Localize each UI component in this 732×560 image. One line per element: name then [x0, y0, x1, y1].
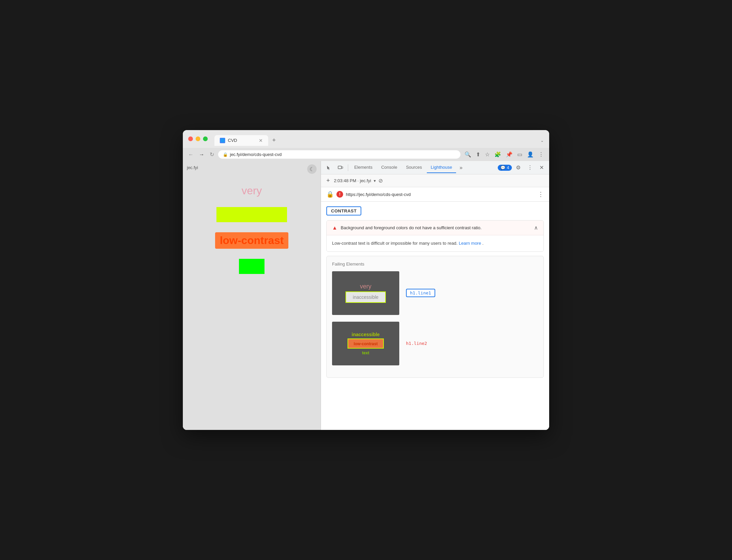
pin-icon[interactable]: 📌 — [504, 150, 514, 159]
lighthouse-warning-icon: ! — [336, 191, 343, 198]
menu-icon[interactable]: ⋮ — [537, 150, 545, 159]
failing-item: very inaccessible h1.line1 — [332, 271, 538, 315]
session-time: 2:03:48 PM · jec.fyi — [334, 178, 371, 183]
tab-sources[interactable]: Sources — [402, 162, 426, 173]
thumbnail-1: very inaccessible — [332, 271, 399, 315]
svg-rect-0 — [338, 166, 341, 169]
search-icon[interactable]: 🔍 — [463, 150, 473, 159]
alert-header: ▲ Background and foreground colors do no… — [327, 221, 543, 235]
title-bar: 🌐 CVD ✕ + ⌄ — [183, 130, 549, 148]
moon-icon: ☾ — [310, 166, 314, 172]
svg-rect-1 — [341, 167, 343, 168]
url-more-button[interactable]: ⋮ — [538, 191, 544, 198]
lighthouse-url: https://jec.fyi/demo/cds-quest-cvd — [346, 192, 535, 197]
maximize-button[interactable] — [203, 136, 208, 141]
failing-elements-label: Failing Elements — [332, 262, 538, 267]
refresh-button[interactable]: ↻ — [208, 150, 215, 159]
contrast-badge-row: CONTRAST — [321, 202, 549, 220]
failing-item: inaccessible low-contrast text h1.line2 — [332, 322, 538, 365]
chat-icon: 💬 — [500, 165, 505, 170]
webpage-panel: jec.fyi ☾ very inaccessible low-contrast… — [183, 161, 321, 430]
extensions-icon[interactable]: 🧩 — [493, 150, 502, 159]
chat-badge[interactable]: 💬 4 — [498, 165, 512, 171]
alert-body-text: Low-contrast text is difficult or imposs… — [332, 241, 457, 246]
alert-body: Low-contrast text is difficult or imposs… — [327, 235, 543, 251]
forward-button[interactable]: → — [198, 150, 206, 159]
devtools-right-actions: 💬 4 ⚙ ⋮ ✕ — [498, 162, 546, 173]
lock-icon: 🔒 — [223, 152, 228, 157]
thumbnail-2: inaccessible low-contrast text — [332, 322, 399, 365]
back-button[interactable]: ← — [187, 150, 195, 159]
dark-mode-toggle[interactable]: ☾ — [307, 164, 317, 174]
tab-favicon: 🌐 — [220, 138, 225, 143]
settings-button[interactable]: ⚙ — [513, 162, 523, 173]
cursor-icon — [326, 165, 332, 170]
tab-bar: 🌐 CVD ✕ + ⌄ — [214, 134, 544, 147]
stop-icon[interactable]: ⊘ — [378, 177, 383, 184]
more-tabs-button[interactable]: » — [457, 162, 465, 173]
traffic-lights — [188, 136, 208, 141]
security-warning-icon: 🔒 — [326, 191, 334, 198]
address-bar: ← → ↻ 🔒 jec.fyi/demo/cds-quest-cvd 🔍 ⬆ ☆… — [183, 148, 549, 161]
add-session-button[interactable]: + — [326, 177, 330, 184]
close-devtools-button[interactable]: ✕ — [537, 162, 546, 173]
element-badge-1[interactable]: h1.line1 — [406, 289, 435, 297]
devtools-more-button[interactable]: ⋮ — [525, 162, 535, 173]
alert-suffix: . — [482, 241, 484, 246]
learn-more-link[interactable]: Learn more — [459, 241, 481, 246]
sidebar-icon[interactable]: ▭ — [516, 150, 524, 159]
lighthouse-session-bar: + 2:03:48 PM · jec.fyi ▾ ⊘ — [321, 174, 549, 187]
demo-word-inaccessible: inaccessible — [216, 207, 287, 222]
url-field[interactable]: 🔒 jec.fyi/demo/cds-quest-cvd — [218, 150, 460, 159]
tab-close-button[interactable]: ✕ — [259, 138, 263, 143]
devtools-toolbar: Elements Console Sources Lighthouse » 💬 … — [321, 161, 549, 174]
demo-word-very: very — [242, 185, 262, 197]
alert-triangle-icon: ▲ — [332, 225, 337, 231]
lighthouse-url-bar: 🔒 ! https://jec.fyi/demo/cds-quest-cvd ⋮ — [321, 187, 549, 202]
active-tab[interactable]: 🌐 CVD ✕ — [214, 135, 268, 146]
bookmark-icon[interactable]: ☆ — [484, 150, 491, 159]
browser-window: 🌐 CVD ✕ + ⌄ ← → ↻ 🔒 jec.fyi/demo/cds-que… — [183, 130, 549, 430]
responsive-button[interactable] — [335, 163, 346, 172]
site-name: jec.fyi — [187, 165, 198, 170]
demo-word-text: text — [239, 259, 265, 274]
close-button[interactable] — [188, 136, 193, 141]
tab-lighthouse[interactable]: Lighthouse — [427, 162, 456, 173]
contrast-badge[interactable]: CONTRAST — [326, 206, 361, 215]
tab-console[interactable]: Console — [377, 162, 401, 173]
demo-word-low-contrast: low-contrast — [215, 232, 288, 249]
chevron-down-icon: ⌄ — [540, 138, 544, 143]
toolbar-divider — [348, 164, 348, 171]
minimize-button[interactable] — [196, 136, 200, 141]
chat-count: 4 — [507, 165, 509, 170]
tab-elements[interactable]: Elements — [350, 162, 376, 173]
alert-collapse-button[interactable]: ∧ — [534, 225, 538, 231]
url-text: jec.fyi/demo/cds-quest-cvd — [230, 152, 282, 157]
profile-icon[interactable]: 👤 — [526, 150, 535, 159]
tab-title: CVD — [228, 138, 237, 143]
new-tab-button[interactable]: + — [270, 134, 279, 147]
alert-box: ▲ Background and foreground colors do no… — [326, 220, 544, 252]
device-icon — [338, 165, 343, 170]
alert-message: Background and foreground colors do not … — [341, 225, 531, 230]
failing-elements-section: Failing Elements very inaccessible — [326, 256, 544, 378]
address-actions: 🔍 ⬆ ☆ 🧩 📌 ▭ 👤 ⋮ — [463, 150, 545, 159]
devtools-content: + 2:03:48 PM · jec.fyi ▾ ⊘ 🔒 ! https://j… — [321, 174, 549, 430]
demo-content: very inaccessible low-contrast text — [190, 185, 314, 274]
devtools-panel: Elements Console Sources Lighthouse » 💬 … — [321, 161, 549, 430]
main-content: jec.fyi ☾ very inaccessible low-contrast… — [183, 161, 549, 430]
element-picker-button[interactable] — [324, 163, 334, 172]
share-icon[interactable]: ⬆ — [475, 150, 482, 159]
element-badge-2[interactable]: h1.line2 — [406, 341, 427, 346]
session-chevron-icon[interactable]: ▾ — [374, 178, 376, 183]
